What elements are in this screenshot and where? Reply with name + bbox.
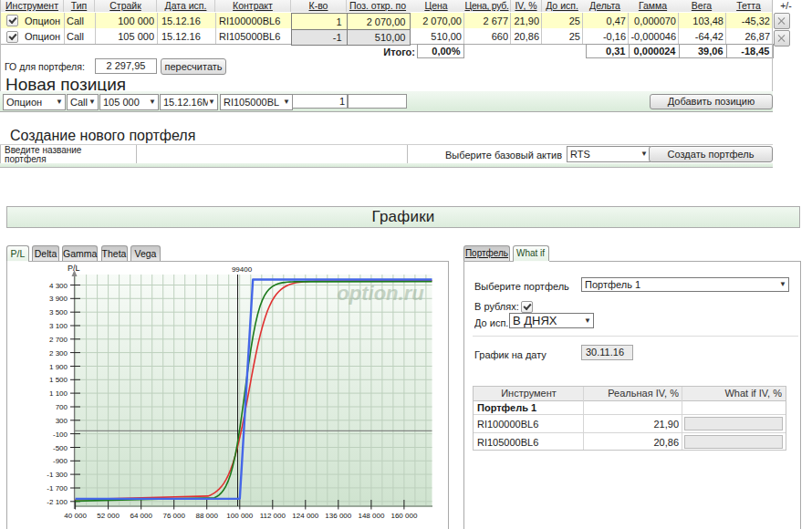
- svg-text:100 000: 100 000: [226, 512, 253, 520]
- svg-text:4 300: 4 300: [49, 282, 68, 290]
- svg-text:148 000: 148 000: [358, 512, 384, 520]
- svg-text:1 500: 1 500: [49, 376, 68, 384]
- svg-text:112 000: 112 000: [260, 512, 286, 520]
- svg-text:-2 100: -2 100: [47, 498, 68, 506]
- svg-text:2 700: 2 700: [49, 336, 68, 344]
- svg-text:-100: -100: [53, 430, 68, 439]
- svg-text:-900: -900: [53, 457, 68, 465]
- svg-text:2 300: 2 300: [49, 349, 68, 358]
- svg-text:88 000: 88 000: [195, 512, 218, 520]
- svg-text:136 000: 136 000: [325, 512, 351, 520]
- svg-text:-1 300: -1 300: [47, 471, 68, 479]
- svg-text:1 900: 1 900: [49, 363, 68, 371]
- svg-text:P/L: P/L: [68, 264, 80, 273]
- svg-text:-1 700: -1 700: [47, 484, 68, 493]
- svg-text:76 000: 76 000: [162, 512, 185, 520]
- svg-text:300: 300: [56, 417, 68, 425]
- svg-text:3 500: 3 500: [49, 308, 68, 316]
- svg-text:option.ru: option.ru: [337, 282, 424, 305]
- svg-text:-500: -500: [53, 444, 68, 452]
- svg-text:124 000: 124 000: [292, 512, 318, 520]
- svg-text:700: 700: [56, 403, 68, 411]
- svg-text:40 000: 40 000: [64, 512, 87, 520]
- svg-text:1 100: 1 100: [49, 389, 68, 398]
- svg-text:99400: 99400: [232, 265, 253, 274]
- svg-text:3 900: 3 900: [49, 295, 68, 303]
- svg-text:160 000: 160 000: [390, 512, 417, 520]
- svg-text:64 000: 64 000: [130, 512, 152, 520]
- svg-text:52 000: 52 000: [97, 512, 120, 520]
- svg-text:3 100: 3 100: [49, 322, 68, 330]
